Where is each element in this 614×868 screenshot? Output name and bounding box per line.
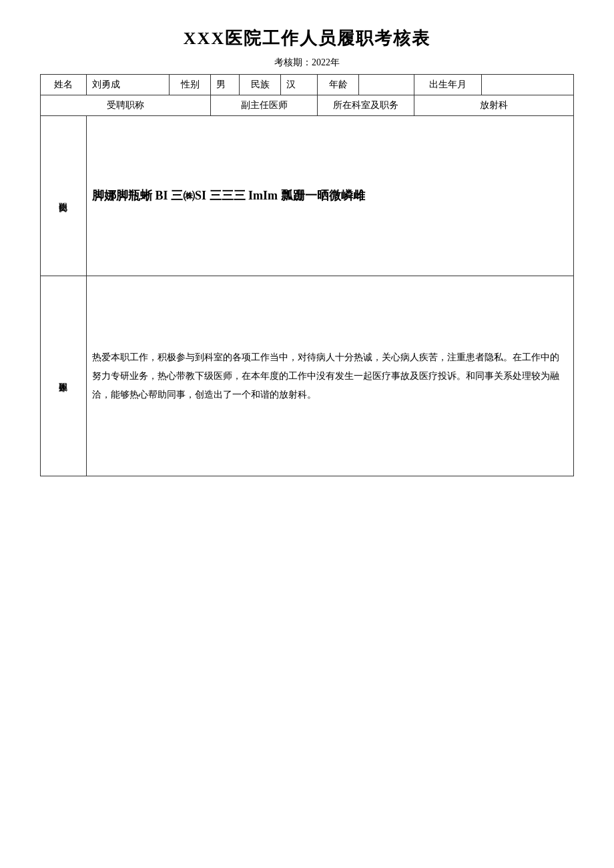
- dob-label: 出生年月: [414, 75, 482, 95]
- job-duties-row: 岗位职责 脚娜脚瓶蜥 BI 三㈱SI 三三三 ImIm 瓢跚一晒微嶙雌: [41, 116, 574, 276]
- title-label: 受聘职称: [41, 95, 211, 116]
- dob-value: [481, 75, 573, 95]
- page-container: XXX医院工作人员履职考核表 考核期：2022年 姓名 刘勇成 性别 男 民族 …: [40, 27, 574, 841]
- info-row-1: 姓名 刘勇成 性别 男 民族 汉 年龄 出生年月: [41, 75, 574, 95]
- ethnicity-label: 民族: [240, 75, 281, 95]
- exam-period: 考核期：2022年: [40, 57, 574, 69]
- info-row-2: 受聘职称 副主任医师 所在科室及职务 放射科: [41, 95, 574, 116]
- dept-label: 所在科室及职务: [318, 95, 414, 116]
- age-label: 年龄: [318, 75, 359, 95]
- page-title: XXX医院工作人员履职考核表: [40, 27, 574, 50]
- personal-eval-content: 热爱本职工作，积极参与到科室的各项工作当中，对待病人十分热诚，关心病人疾苦，注重…: [86, 276, 573, 476]
- personal-eval-label: 人职个履评: [41, 276, 87, 476]
- personal-eval-row: 人职个履评 热爱本职工作，积极参与到科室的各项工作当中，对待病人十分热诚，关心病…: [41, 276, 574, 476]
- dept-value: 放射科: [414, 95, 574, 116]
- gender-label: 性别: [170, 75, 211, 95]
- name-label: 姓名: [41, 75, 87, 95]
- ethnicity-value: 汉: [281, 75, 318, 95]
- job-duties-label: 岗位职责: [41, 116, 87, 276]
- main-table: 姓名 刘勇成 性别 男 民族 汉 年龄 出生年月 受聘职称 副主任医师 所在科室…: [40, 74, 574, 476]
- job-duties-content: 脚娜脚瓶蜥 BI 三㈱SI 三三三 ImIm 瓢跚一晒微嶙雌: [86, 116, 573, 276]
- title-value: 副主任医师: [211, 95, 318, 116]
- gender-value: 男: [211, 75, 240, 95]
- name-value: 刘勇成: [86, 75, 169, 95]
- age-value: [359, 75, 414, 95]
